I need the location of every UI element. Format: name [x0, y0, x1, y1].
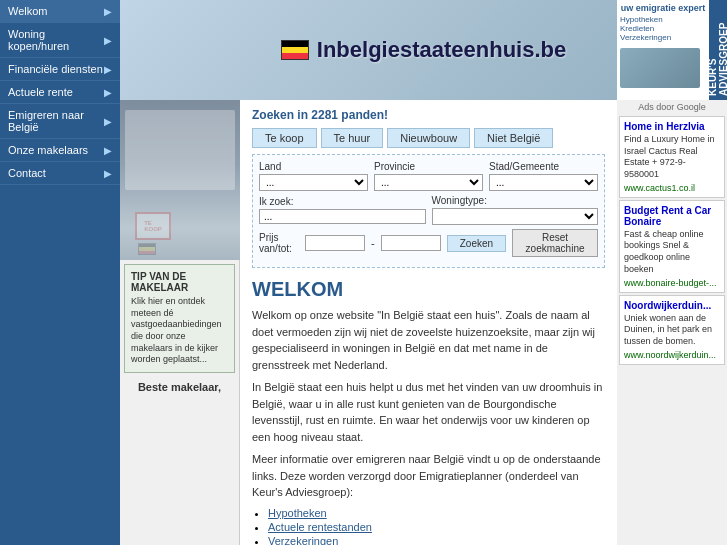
ad-text-1: Fast & cheap online bookings Snel & goed…: [624, 229, 720, 276]
site-title: Inbelgiestaateenhuis.be: [317, 37, 566, 63]
nav-makelaars[interactable]: Onze makelaars ▶: [0, 139, 120, 162]
site-header: Inbelgiestaateenhuis.be 🏠 uw emigratie e…: [120, 0, 727, 100]
nav-arrow-icon: ▶: [104, 168, 112, 179]
emigratie-links: Hypotheken Kredieten Verzekeringen: [620, 15, 706, 42]
stad-select[interactable]: ...: [489, 174, 598, 191]
main-content: Inbelgiestaateenhuis.be 🏠 uw emigratie e…: [120, 0, 727, 545]
welcome-title: WELKOM: [252, 278, 605, 301]
content-area: TEKOOP TIP VAN DE MAKELAAR: [120, 100, 727, 545]
ad-home-herzlvia: Home in Herzlvia Find a Luxury Home in I…: [619, 116, 725, 198]
nav-arrow-icon: ▶: [104, 6, 112, 17]
emigratie-title: uw emigratie expert: [620, 3, 706, 13]
prijs-tot-input[interactable]: [381, 235, 441, 251]
tab-te-huur[interactable]: Te huur: [321, 128, 384, 148]
left-navigation: Welkom ▶ Woning kopen/huren ▶ Financiële…: [0, 0, 120, 545]
ad-title-0[interactable]: Home in Herzlvia: [624, 121, 720, 132]
location-row: Land ... Provincie ... Stad/: [259, 161, 598, 191]
land-select[interactable]: ...: [259, 174, 368, 191]
stad-label: Stad/Gemeente: [489, 161, 598, 172]
nav-welkom[interactable]: Welkom ▶: [0, 0, 120, 23]
reset-button[interactable]: Reset zoekmachine: [512, 229, 598, 257]
prijs-label: Prijs van/tot:: [259, 232, 299, 254]
woningtype-label: Woningtype:: [432, 195, 599, 206]
welcome-paragraph-1: Welkom op onze website "In België staat …: [252, 307, 605, 373]
provincie-select[interactable]: ...: [374, 174, 483, 191]
nav-financiele[interactable]: Financiële diensten ▶: [0, 58, 120, 81]
ad-budget-rent: Budget Rent a Car Bonaire Fast & cheap o…: [619, 200, 725, 293]
ad-url-2[interactable]: www.noordwijkerduin...: [624, 350, 720, 360]
nav-rente[interactable]: Actuele rente ▶: [0, 81, 120, 104]
tip-title: TIP VAN DE MAKELAAR: [131, 271, 228, 293]
list-item: Hypotheken: [268, 507, 605, 519]
nav-arrow-icon: ▶: [104, 87, 112, 98]
nav-arrow-icon: ▶: [104, 116, 112, 127]
tip-box[interactable]: TIP VAN DE MAKELAAR Klik hier en ontdek …: [124, 264, 235, 373]
link-verzekeringen[interactable]: Verzekeringen: [268, 535, 338, 546]
provincie-label: Provincie: [374, 161, 483, 172]
search-tabs: Te koop Te huur Nieuwbouw Niet België: [252, 128, 605, 148]
woningtype-select[interactable]: [432, 208, 599, 225]
search-button[interactable]: Zoeken: [447, 235, 506, 252]
center-content: Zoeken in 2281 panden! Te koop Te huur N…: [240, 100, 617, 545]
nav-arrow-icon: ▶: [104, 145, 112, 156]
list-item: Verzekeringen: [268, 535, 605, 546]
best-makelaar-label: Beste makelaar,: [120, 377, 239, 397]
land-label: Land: [259, 161, 368, 172]
price-row: Prijs van/tot: - Zoeken Reset zoekmachin…: [259, 229, 598, 257]
nav-contact[interactable]: Contact ▶: [0, 162, 120, 185]
emigratie-box: uw emigratie expert Hypotheken Kredieten…: [617, 0, 709, 100]
left-sidebar: TEKOOP TIP VAN DE MAKELAAR: [120, 100, 240, 545]
tab-nieuwbouw[interactable]: Nieuwbouw: [387, 128, 470, 148]
tip-text: Klik hier en ontdek meteen dé vastgoedaa…: [131, 296, 228, 366]
nav-emigreren[interactable]: Emigreren naar België ▶: [0, 104, 120, 139]
search-title: Zoeken in 2281 panden!: [252, 108, 605, 122]
header-right-box: uw emigratie expert Hypotheken Kredieten…: [617, 0, 727, 100]
link-rentestanden[interactable]: Actuele rentestanden: [268, 521, 372, 533]
ad-title-1[interactable]: Budget Rent a Car Bonaire: [624, 205, 720, 227]
ik-zoek-label: Ik zoek:: [259, 196, 426, 207]
dash: -: [371, 237, 375, 249]
ad-title-2[interactable]: Noordwijkerduin...: [624, 300, 720, 311]
nav-woning[interactable]: Woning kopen/huren ▶: [0, 23, 120, 58]
tab-niet-belgie[interactable]: Niet België: [474, 128, 553, 148]
ad-url-1[interactable]: www.bonaire-budget-...: [624, 278, 720, 288]
welcome-links-list: Hypotheken Actuele rentestanden Verzeker…: [268, 507, 605, 546]
link-hypotheken[interactable]: Hypotheken: [268, 507, 327, 519]
right-sidebar: Ads door Google Home in Herzlvia Find a …: [617, 100, 727, 545]
prijs-van-input[interactable]: [305, 235, 365, 251]
ads-label: Ads door Google: [617, 100, 727, 114]
type-row: Ik zoek: Woningtype:: [259, 195, 598, 225]
ad-text-0: Find a Luxury Home in Israel Cactus Real…: [624, 134, 720, 181]
keurs-banner: KEUR'S ADVIESGROEP: [709, 0, 727, 100]
welcome-paragraph-3: Meer informatie over emigreren naar Belg…: [252, 451, 605, 501]
search-form: Land ... Provincie ... Stad/: [252, 154, 605, 268]
tab-te-koop[interactable]: Te koop: [252, 128, 317, 148]
nav-arrow-icon: ▶: [104, 64, 112, 75]
sidebar-house-image: TEKOOP: [120, 100, 240, 260]
emigratie-image: [620, 48, 700, 88]
belgian-flag-icon: [281, 40, 309, 60]
ad-noordwijkerduin: Noordwijkerduin... Uniek wonen aan de Du…: [619, 295, 725, 365]
list-item: Actuele rentestanden: [268, 521, 605, 533]
ik-zoek-input[interactable]: [259, 209, 426, 224]
ad-text-2: Uniek wonen aan de Duinen, in het park e…: [624, 313, 720, 348]
nav-arrow-icon: ▶: [104, 35, 112, 46]
site-logo: Inbelgiestaateenhuis.be: [281, 37, 566, 63]
welcome-paragraph-2: In België staat een huis helpt u dus met…: [252, 379, 605, 445]
ad-url-0[interactable]: www.cactus1.co.il: [624, 183, 720, 193]
